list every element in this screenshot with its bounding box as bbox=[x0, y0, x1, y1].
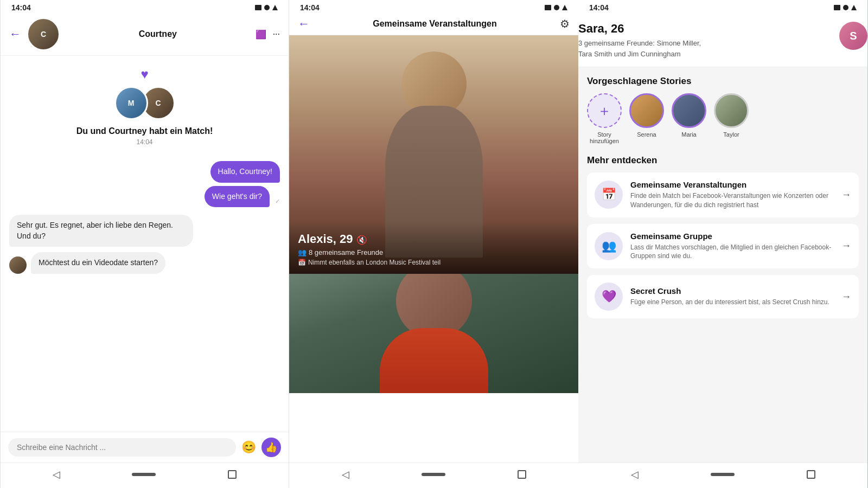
match-header: ♥ M C Du und Courtney habt ein Match! 14… bbox=[9, 56, 280, 161]
taylor-label: Taylor bbox=[723, 131, 739, 138]
nav-back-button[interactable]: ◁ bbox=[342, 468, 349, 480]
discover-panel: 14:04 Sara, 26 3 gemeinsame Freunde: Sim… bbox=[578, 0, 867, 488]
battery-icon bbox=[255, 5, 261, 10]
serena-label: Serena bbox=[637, 131, 656, 138]
nav-bar-1: ◁ bbox=[1, 463, 289, 488]
maria-avatar bbox=[672, 93, 706, 128]
message-row: Sehr gut. Es regnet, aber ich liebe den … bbox=[9, 215, 280, 247]
nav-square-button[interactable] bbox=[807, 470, 815, 479]
events-desc: Finde dein Match bei Facebook-Veranstalt… bbox=[630, 191, 834, 210]
signal-dot bbox=[843, 5, 848, 10]
battery-icon bbox=[545, 5, 551, 10]
crush-arrow[interactable]: → bbox=[841, 291, 851, 303]
message-bubble: Hallo, Courtney! bbox=[210, 161, 280, 183]
crush-title: Secret Crush bbox=[630, 286, 834, 296]
group-title: Gemeinsame Gruppe bbox=[630, 232, 834, 241]
status-bar-2: 14:04 bbox=[289, 0, 578, 14]
discover-card-events[interactable]: 📅 Gemeinsame Veranstaltungen Finde dein … bbox=[587, 172, 859, 217]
like-button[interactable]: 👍 bbox=[261, 438, 281, 457]
match-avatars: M C bbox=[114, 86, 175, 120]
crush-text: Secret Crush Füge eine Person, an der du… bbox=[630, 286, 834, 307]
match-title: Du und Courtney habt ein Match! bbox=[76, 126, 213, 136]
more-options-icon[interactable]: ··· bbox=[273, 29, 280, 39]
wifi-icon bbox=[851, 5, 857, 10]
nav-home-button[interactable] bbox=[132, 473, 156, 476]
settings-icon[interactable]: ⚙ bbox=[560, 17, 570, 30]
message-row: Wie geht's dir? ✓ bbox=[9, 186, 280, 208]
discover-section-title: Mehr entdecken bbox=[587, 155, 859, 166]
time-2: 14:04 bbox=[300, 3, 320, 12]
crush-icon: 💜 bbox=[595, 282, 623, 311]
video-call-icon[interactable]: 🟪 bbox=[256, 29, 266, 40]
emoji-button[interactable]: 😊 bbox=[241, 440, 256, 454]
group-arrow[interactable]: → bbox=[841, 240, 851, 252]
message-row: Möchtest du ein Videodate starten? bbox=[9, 252, 280, 274]
message-check: ✓ bbox=[275, 198, 280, 205]
contact-avatar: C bbox=[27, 17, 60, 51]
profile-card-second[interactable] bbox=[289, 274, 578, 393]
add-story-label: Storyhinzufügen bbox=[590, 131, 619, 144]
events-title: Gemeinsame Veranstaltungen bbox=[630, 180, 834, 189]
profile-friends: 👥 8 gemeinsame Freunde bbox=[298, 248, 570, 256]
match-time: 14:04 bbox=[136, 138, 152, 146]
chat-top-bar: ← C Courtney 🟪 ··· bbox=[1, 14, 289, 56]
chat-messages-area: ♥ M C Du und Courtney habt ein Match! 14… bbox=[1, 56, 289, 432]
message-input[interactable] bbox=[8, 438, 236, 457]
nav-back-button[interactable]: ◁ bbox=[631, 468, 639, 480]
person-header: Sara, 26 3 gemeinsame Freunde: Simone Mi… bbox=[578, 14, 867, 67]
profile-card-alexis[interactable]: Alexis, 29 🔇 👥 8 gemeinsame Freunde 📅 Ni… bbox=[289, 35, 578, 274]
sara-avatar: S bbox=[839, 22, 867, 50]
chat-panel: 14:04 ← C Courtney 🟪 ··· ♥ M C Du und Co… bbox=[0, 0, 289, 488]
page-title: Gemeinsame Veranstaltungen bbox=[315, 19, 554, 29]
profiles-top-bar: ← Gemeinsame Veranstaltungen ⚙ bbox=[289, 14, 578, 35]
events-text: Gemeinsame Veranstaltungen Finde dein Ma… bbox=[630, 180, 834, 210]
taylor-avatar bbox=[714, 93, 749, 128]
status-bar-1: 14:04 bbox=[1, 0, 289, 14]
chat-input-bar: 😊 👍 bbox=[1, 432, 289, 463]
nav-home-button[interactable] bbox=[711, 473, 735, 476]
profiles-panel: 14:04 ← Gemeinsame Veranstaltungen ⚙ bbox=[289, 0, 578, 488]
message-row: Hallo, Courtney! bbox=[9, 161, 280, 183]
status-icons-3 bbox=[834, 5, 857, 10]
add-story-item[interactable]: ＋ Storyhinzufügen bbox=[587, 93, 622, 144]
person-info: Sara, 26 3 gemeinsame Freunde: Simone Mi… bbox=[578, 22, 701, 59]
message-bubble: Wie geht's dir? bbox=[205, 186, 270, 208]
back-button[interactable]: ← bbox=[9, 28, 21, 40]
nav-bar-2: ◁ bbox=[289, 463, 578, 488]
story-item-maria[interactable]: Maria bbox=[672, 93, 706, 144]
group-desc: Lass dir Matches vorschlagen, die Mitgli… bbox=[630, 243, 834, 261]
crush-desc: Füge eine Person, an der du interessiert… bbox=[630, 298, 834, 307]
person-mutual-friends: 3 gemeinsame Freunde: Simone Miller,Tara… bbox=[578, 38, 701, 59]
discover-card-group[interactable]: 👥 Gemeinsame Gruppe Lass dir Matches vor… bbox=[587, 224, 859, 269]
story-item-serena[interactable]: Serena bbox=[629, 93, 664, 144]
stories-row: ＋ Storyhinzufügen Serena Maria Taylor bbox=[587, 93, 859, 146]
sender-avatar bbox=[9, 256, 27, 274]
message-bubble: Sehr gut. Es regnet, aber ich liebe den … bbox=[9, 215, 193, 247]
add-story-avatar[interactable]: ＋ bbox=[587, 93, 622, 128]
profile-name: Alexis, 29 🔇 bbox=[298, 232, 570, 246]
back-button[interactable]: ← bbox=[298, 18, 310, 30]
nav-home-button[interactable] bbox=[422, 473, 445, 476]
story-item-taylor[interactable]: Taylor bbox=[714, 93, 749, 144]
messages-list: Hallo, Courtney! Wie geht's dir? ✓ Sehr … bbox=[9, 161, 280, 274]
nav-square-button[interactable] bbox=[228, 470, 237, 479]
events-arrow[interactable]: → bbox=[841, 189, 851, 201]
stories-section-title: Vorgeschlagene Stories bbox=[587, 76, 859, 87]
nav-back-button[interactable]: ◁ bbox=[53, 468, 60, 480]
nav-bar-3: ◁ bbox=[578, 463, 867, 488]
discover-cards-list: 📅 Gemeinsame Veranstaltungen Finde dein … bbox=[587, 172, 859, 318]
contact-name: Courtney bbox=[66, 29, 250, 39]
time-3: 14:04 bbox=[589, 3, 609, 12]
status-bar-3: 14:04 bbox=[578, 0, 867, 14]
signal-dot bbox=[264, 5, 270, 10]
nav-square-button[interactable] bbox=[518, 470, 526, 479]
serena-avatar bbox=[629, 93, 664, 128]
signal-dot bbox=[554, 5, 559, 10]
discover-card-crush[interactable]: 💜 Secret Crush Füge eine Person, an der … bbox=[587, 275, 859, 318]
person-name: Sara, 26 bbox=[578, 22, 701, 36]
status-icons-1 bbox=[255, 5, 278, 10]
my-avatar: M bbox=[114, 86, 148, 120]
time-1: 14:04 bbox=[11, 3, 31, 12]
events-icon: 📅 bbox=[595, 181, 623, 209]
add-icon: ＋ bbox=[597, 101, 611, 120]
